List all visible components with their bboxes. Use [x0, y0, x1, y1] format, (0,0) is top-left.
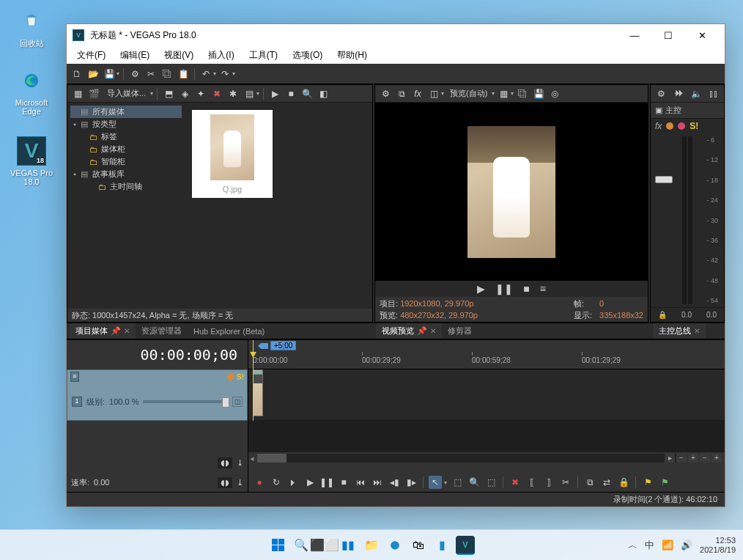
auto-ripple-icon[interactable]: ⇄	[600, 476, 613, 489]
pv-overlay-icon[interactable]: ▦	[496, 86, 511, 101]
pm-search-icon[interactable]: 🔍	[300, 86, 314, 101]
pm-tag-icon[interactable]: ◧	[316, 86, 330, 101]
master-fader[interactable]	[655, 176, 673, 183]
menu-insert[interactable]: 插入(I)	[201, 47, 241, 64]
menu-file[interactable]: 文件(F)	[70, 47, 113, 64]
file-explorer-icon[interactable]: 📁	[362, 536, 381, 555]
snap-icon[interactable]: ⧉	[583, 476, 596, 489]
mb-dim-icon[interactable]: 🔈	[689, 86, 703, 101]
task-view-icon[interactable]: ⬛⬜	[315, 536, 334, 555]
tab-hub[interactable]: Hub Explorer (Beta)	[188, 325, 270, 338]
menu-help[interactable]: 帮助(H)	[330, 47, 374, 64]
tab-video-preview[interactable]: 视频预览 📌 ✕	[376, 323, 442, 339]
taskbar-edge-icon[interactable]	[385, 536, 404, 555]
timeline-marker[interactable]: +5;00	[270, 341, 296, 350]
tree-main-timeline[interactable]: 🗀主时间轴	[70, 180, 182, 193]
selection-tool-icon[interactable]: ⬚	[451, 476, 464, 489]
start-button[interactable]	[268, 536, 287, 555]
preview-stop-icon[interactable]: ■	[523, 283, 529, 295]
tree-all-media[interactable]: ▤所有媒体	[70, 106, 182, 118]
pm-clean-icon[interactable]: ✱	[226, 86, 240, 101]
close-button[interactable]: ✕	[685, 24, 719, 46]
master-auto-icon[interactable]	[666, 122, 673, 130]
master-mute-icon[interactable]	[678, 122, 685, 130]
tray-volume-icon[interactable]: 🔊	[681, 539, 692, 550]
redo-icon[interactable]: ↷	[218, 67, 232, 81]
scroll-thumb[interactable]	[257, 454, 287, 463]
marker-out-icon[interactable]: ⚑	[658, 476, 671, 489]
preview-quality-button[interactable]: 预览(自动)	[446, 86, 492, 100]
properties-icon[interactable]: ⚙	[127, 67, 142, 81]
preview-play-icon[interactable]: ▶	[477, 283, 485, 295]
pv-output-fx-icon[interactable]: fx	[410, 86, 425, 101]
desktop-icon-recycle-bin[interactable]: 回收站	[6, 6, 57, 49]
mb-settings-icon[interactable]: ⫿⫿	[706, 86, 721, 101]
pin-icon[interactable]: 📌	[111, 326, 121, 336]
pv-adjust-icon[interactable]: ◎	[547, 86, 562, 101]
pm-views-icon[interactable]: ▤	[242, 86, 256, 101]
scroll-right-icon[interactable]: ▸	[665, 454, 675, 463]
track-solo-icon[interactable]: S!	[237, 373, 244, 381]
copy-icon[interactable]: ⿻	[160, 67, 174, 81]
envelope-tool-icon[interactable]: ⬚	[484, 476, 498, 489]
pm-stop-icon[interactable]: ■	[284, 86, 298, 101]
close-icon[interactable]: ✕	[430, 327, 436, 335]
zoom-vert-in-icon[interactable]: +	[711, 454, 722, 463]
pv-copy-icon[interactable]: ⿻	[515, 86, 530, 101]
scroll-left-icon[interactable]: ◂	[250, 454, 254, 463]
zoom-tool-icon[interactable]: 🔍	[467, 476, 481, 489]
rate-value[interactable]: 0.00	[94, 478, 109, 487]
taskbar-search-icon[interactable]: 🔍	[292, 536, 311, 555]
master-expand-icon[interactable]: ▣	[655, 106, 662, 115]
close-icon[interactable]: ✕	[694, 327, 700, 335]
menu-edit[interactable]: 编辑(E)	[113, 47, 157, 64]
pin-icon[interactable]: 📌	[417, 326, 427, 336]
prev-frame-icon[interactable]: ◂▮	[388, 476, 401, 489]
timecode-display[interactable]: 00:00:00;00	[67, 340, 248, 369]
pm-play-icon[interactable]: ▶	[267, 86, 282, 101]
pm-prop-icon[interactable]: ▦	[70, 86, 85, 101]
tree-storyboard[interactable]: ▪▤故事板库	[70, 168, 182, 180]
pv-split-icon[interactable]: ◫	[426, 86, 441, 101]
master-lock-icon[interactable]: 🔒	[658, 311, 667, 319]
timeline-clip[interactable]	[253, 369, 263, 416]
tray-lang[interactable]: 中	[645, 539, 654, 552]
zoom-in-icon[interactable]: +	[688, 454, 698, 463]
taskbar-app1-icon[interactable]: ▮	[432, 536, 451, 555]
titlebar[interactable]: V 无标题 * - VEGAS Pro 18.0 — ☐ ✕	[67, 24, 725, 46]
store-icon[interactable]: 🛍	[409, 536, 428, 555]
pv-ext-icon[interactable]: ⧉	[394, 86, 409, 101]
desktop-icon-vegas[interactable]: V18 VEGAS Pro 18.0	[6, 136, 57, 186]
close-icon[interactable]: ✕	[124, 327, 130, 335]
next-frame-icon[interactable]: ▮▸	[404, 476, 418, 489]
record-icon[interactable]: ●	[253, 476, 266, 489]
pm-remove-icon[interactable]: ✖	[210, 86, 224, 101]
tab-project-media[interactable]: 项目媒体 📌 ✕	[70, 323, 136, 339]
minimize-button[interactable]: —	[618, 24, 651, 46]
timeline-cursor[interactable]	[253, 340, 254, 421]
play-icon[interactable]: ▶	[303, 476, 317, 489]
menu-options[interactable]: 选项(O)	[285, 47, 330, 64]
go-end-icon[interactable]: ⏭	[371, 476, 384, 489]
marker-in-icon[interactable]: ⚑	[641, 476, 654, 489]
lock-icon[interactable]: 🔒	[617, 476, 630, 489]
trim-end-icon[interactable]: ⟧	[542, 476, 555, 489]
tab-master-bus[interactable]: 主控总线 ✕	[653, 323, 706, 339]
menu-tools[interactable]: 工具(T)	[242, 47, 285, 64]
loop-icon[interactable]: ↻	[270, 476, 283, 489]
preview-menu-icon[interactable]: ≡	[540, 283, 546, 295]
paste-icon[interactable]: 📋	[176, 67, 191, 81]
master-solo-icon[interactable]: S!	[690, 121, 698, 131]
normal-edit-tool-icon[interactable]: ↖	[429, 476, 442, 489]
taskbar[interactable]: 🔍 ⬛⬜ ▮▮ 📁 🛍 ▮ V ︿ 中 📶 🔊 12:53 2021/8/19	[0, 529, 743, 560]
master-meter[interactable]: 61218 243036 424854	[651, 133, 724, 307]
pause-icon[interactable]: ❚❚	[320, 476, 333, 489]
tab-trimmer[interactable]: 修剪器	[442, 323, 478, 339]
zoom-vert-out-icon[interactable]: −	[700, 454, 710, 463]
go-start-icon[interactable]: ⏮	[354, 476, 367, 489]
mb-downmix-icon[interactable]: ⯮	[671, 86, 686, 101]
scrub-end-icon[interactable]: ⤓	[237, 458, 243, 468]
save-icon[interactable]: 💾	[102, 67, 117, 81]
taskbar-vegas-icon[interactable]: V	[456, 536, 475, 555]
pm-get-icon[interactable]: ⬒	[161, 86, 176, 101]
